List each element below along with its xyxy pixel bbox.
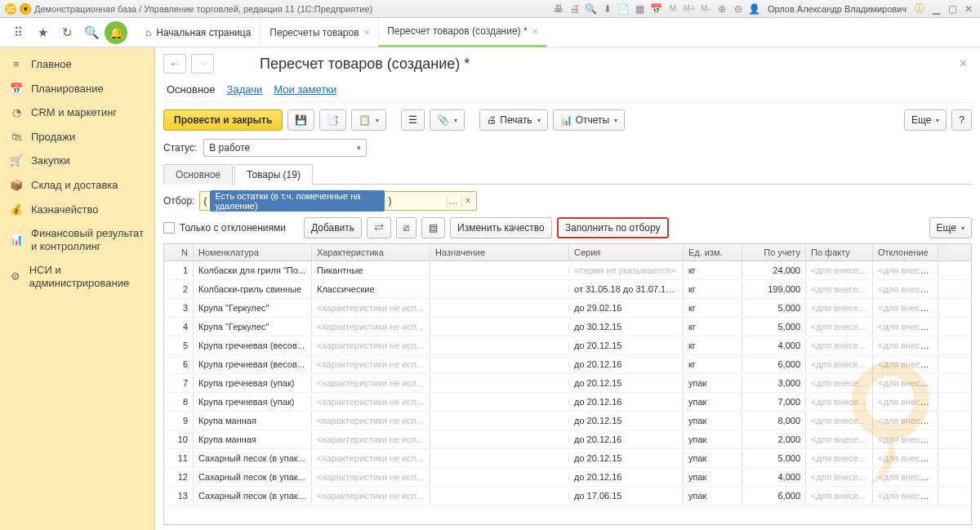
- filter-clear-icon[interactable]: ×: [461, 195, 473, 207]
- minimize-icon[interactable]: ▁: [929, 2, 942, 16]
- status-label: Статус:: [163, 142, 197, 154]
- tab-recalc-list[interactable]: Пересчеты товаров ×: [261, 18, 378, 47]
- m-indicator[interactable]: M: [666, 2, 679, 16]
- tab-goods[interactable]: Товары (19): [234, 164, 313, 185]
- tab-main[interactable]: Основное: [163, 164, 233, 185]
- nav-back-button[interactable]: ←: [163, 54, 186, 73]
- share-button[interactable]: ⮂: [367, 217, 391, 238]
- status-select[interactable]: В работе ▾: [203, 139, 367, 157]
- table-more-button[interactable]: Еще▾: [929, 217, 972, 238]
- table-row[interactable]: 1Колбаски для гриля "По...Пикантные<сери…: [164, 261, 971, 280]
- table-body: 1Колбаски для гриля "По...Пикантные<сери…: [164, 261, 971, 524]
- subnav-tasks[interactable]: Задачи: [227, 83, 263, 96]
- page-subnav: Основное Задачи Мои заметки: [163, 78, 972, 103]
- titlebar-icon[interactable]: ⊕: [715, 2, 728, 16]
- table-row[interactable]: 12Сахарный песок (в упак...<характеристи…: [164, 468, 971, 487]
- user-icon: 👤: [748, 2, 761, 16]
- th-n[interactable]: N: [164, 244, 194, 261]
- sidebar-label: НСИ и администрирование: [29, 264, 145, 289]
- m-minus-indicator[interactable]: M-: [699, 2, 712, 16]
- close-tab-icon[interactable]: ×: [532, 25, 539, 38]
- home-tab[interactable]: ⌂ Начальная страница: [136, 18, 261, 47]
- sidebar-label: Казначейство: [31, 203, 98, 216]
- add-button[interactable]: Добавить: [304, 217, 362, 238]
- print-button[interactable]: 🖨 Печать▾: [479, 109, 547, 131]
- change-quality-button[interactable]: Изменить качество: [450, 217, 552, 238]
- th-series[interactable]: Серия: [569, 244, 684, 261]
- th-deviation[interactable]: Отклонение: [873, 244, 938, 261]
- subnav-notes[interactable]: Мои заметки: [274, 83, 336, 96]
- sidebar-item[interactable]: 📦Склад и доставка: [0, 173, 154, 198]
- table-row[interactable]: 5Крупа гречневая (весов...<характеристик…: [164, 336, 971, 355]
- only-deviations-checkbox[interactable]: [163, 222, 175, 234]
- close-tab-icon[interactable]: ×: [364, 26, 371, 38]
- titlebar-icon[interactable]: ⊖: [732, 2, 745, 16]
- more-button[interactable]: Еще▾: [904, 109, 947, 131]
- sidebar-item[interactable]: 🛒Закупки: [0, 149, 154, 173]
- th-fact[interactable]: По факту: [806, 244, 873, 261]
- table-row[interactable]: 6Крупа гречневая (весов...<характеристик…: [164, 355, 971, 374]
- fill-by-filter-button[interactable]: Заполнить по отбору: [557, 217, 669, 238]
- close-window-icon[interactable]: ✕: [962, 2, 975, 16]
- titlebar-icon[interactable]: ⬇: [601, 2, 614, 16]
- maximize-icon[interactable]: ▢: [946, 2, 959, 16]
- table-row[interactable]: 11Сахарный песок (в упак...<характеристи…: [164, 449, 971, 468]
- post-and-close-button[interactable]: Провести и закрыть: [163, 109, 283, 131]
- sidebar-item[interactable]: 🛍Продажи: [0, 125, 154, 149]
- filter-input[interactable]: ( Есть остатки (в т.ч. помеченные на уда…: [199, 191, 477, 211]
- sidebar-item[interactable]: 📊Финансовый результат и контроллинг: [0, 221, 154, 258]
- th-unit[interactable]: Ед. изм.: [684, 244, 742, 261]
- info-icon[interactable]: ⓘ: [913, 2, 926, 16]
- chevron-down-icon: ▾: [357, 144, 361, 152]
- m-plus-indicator[interactable]: M+: [683, 2, 696, 16]
- titlebar-icon[interactable]: 📄: [617, 2, 630, 16]
- titlebar-icon[interactable]: 📅: [650, 2, 663, 16]
- sidebar-item[interactable]: 📅Планирование: [0, 77, 154, 101]
- attach-button[interactable]: 📎▾: [430, 109, 465, 131]
- th-nomenclature[interactable]: Номенклатура: [194, 244, 312, 261]
- close-page-icon[interactable]: ×: [955, 56, 972, 71]
- titlebar-icon[interactable]: ▦: [634, 2, 647, 16]
- apps-icon[interactable]: ⠿: [7, 21, 29, 44]
- table-row[interactable]: 4Крупа "Геркулес"<характеристики не исп.…: [164, 318, 971, 336]
- th-account[interactable]: По учету: [742, 244, 806, 261]
- post-button[interactable]: 📑: [319, 109, 346, 131]
- nav-forward-button[interactable]: →: [191, 54, 214, 73]
- content-area: ← → Пересчет товаров (создание) * × Осно…: [155, 47, 980, 530]
- sidebar-item[interactable]: ◔CRM и маркетинг: [0, 100, 154, 125]
- sidebar-item[interactable]: 💰Казначейство: [0, 198, 154, 222]
- app-dropdown-icon[interactable]: ▾: [20, 3, 31, 15]
- titlebar-icon[interactable]: 🖶: [552, 2, 565, 16]
- barcode-button[interactable]: ⎚: [396, 217, 416, 238]
- tool-button[interactable]: ▤: [421, 217, 445, 238]
- titlebar-icon[interactable]: 🔍: [585, 2, 598, 16]
- table-row[interactable]: 9Крупа манная<характеристики не исп...до…: [164, 412, 971, 430]
- table-row[interactable]: 10Крупа манная<характеристики не исп...д…: [164, 430, 971, 449]
- table-row[interactable]: 13Сахарный песок (в упак...<характеристи…: [164, 487, 971, 506]
- search-icon[interactable]: 🔍: [80, 21, 103, 44]
- filter-more-icon[interactable]: …: [447, 195, 458, 207]
- history-icon[interactable]: ↻: [56, 21, 78, 44]
- notifications-icon[interactable]: 🔔: [105, 21, 127, 44]
- titlebar-icon[interactable]: 🖨: [568, 2, 581, 16]
- table-row[interactable]: 8Крупа гречневая (упак)<характеристики н…: [164, 393, 971, 412]
- save-button[interactable]: 💾: [287, 109, 314, 131]
- copy-button[interactable]: 📋▾: [351, 109, 386, 131]
- sidebar-icon: 📅: [10, 82, 23, 96]
- table-row[interactable]: 2Колбаски-гриль свинныеКлассическиеот 31…: [164, 280, 971, 299]
- list-button[interactable]: ☰: [401, 109, 425, 131]
- sidebar-item[interactable]: ⚙НСИ и администрирование: [0, 258, 154, 295]
- subnav-main[interactable]: Основное: [167, 83, 216, 96]
- help-button[interactable]: ?: [951, 109, 972, 131]
- table-header: N Номенклатура Характеристика Назначение…: [164, 244, 971, 261]
- filter-chip: Есть остатки (в т.ч. помеченные на удале…: [210, 190, 385, 212]
- th-characteristic[interactable]: Характеристика: [312, 244, 430, 261]
- tab-recalc-create[interactable]: Пересчет товаров (создание) * ×: [378, 18, 546, 47]
- filter-text-input[interactable]: [394, 195, 443, 207]
- table-row[interactable]: 7Крупа гречневая (упак)<характеристики н…: [164, 374, 971, 393]
- reports-button[interactable]: 📊 Отчеты▾: [553, 109, 625, 131]
- table-row[interactable]: 3Крупа "Геркулес"<характеристики не исп.…: [164, 299, 971, 318]
- th-purpose[interactable]: Назначение: [430, 244, 569, 261]
- sidebar-item[interactable]: ≡Главное: [0, 52, 154, 77]
- favorite-icon[interactable]: ★: [31, 21, 54, 44]
